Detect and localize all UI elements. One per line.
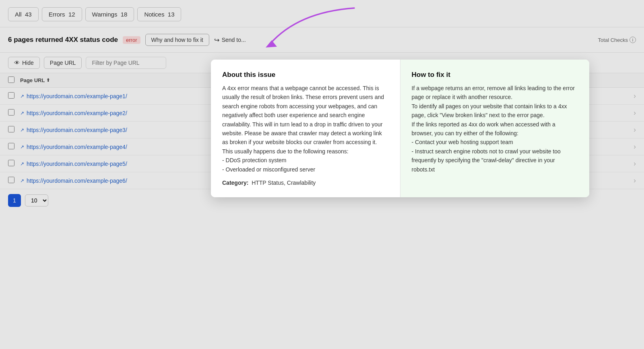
popup-fix-title: How to fix it	[412, 71, 578, 79]
popup-category-label: Category:	[222, 180, 248, 186]
popup-category-value: HTTP Status, Crawlability	[252, 180, 316, 186]
popup-about-text: A 4xx error means that a webpage cannot …	[222, 84, 389, 174]
issue-popup: About this issue A 4xx error means that …	[211, 60, 589, 197]
popup-fix-text: If a webpage returns an error, remove al…	[412, 84, 578, 174]
popup-fix-section: How to fix it If a webpage returns an er…	[400, 60, 590, 197]
popup-category: Category: HTTP Status, Crawlability	[222, 180, 389, 186]
popup-about-title: About this issue	[222, 71, 389, 79]
popup-about-section: About this issue A 4xx error means that …	[211, 60, 400, 197]
